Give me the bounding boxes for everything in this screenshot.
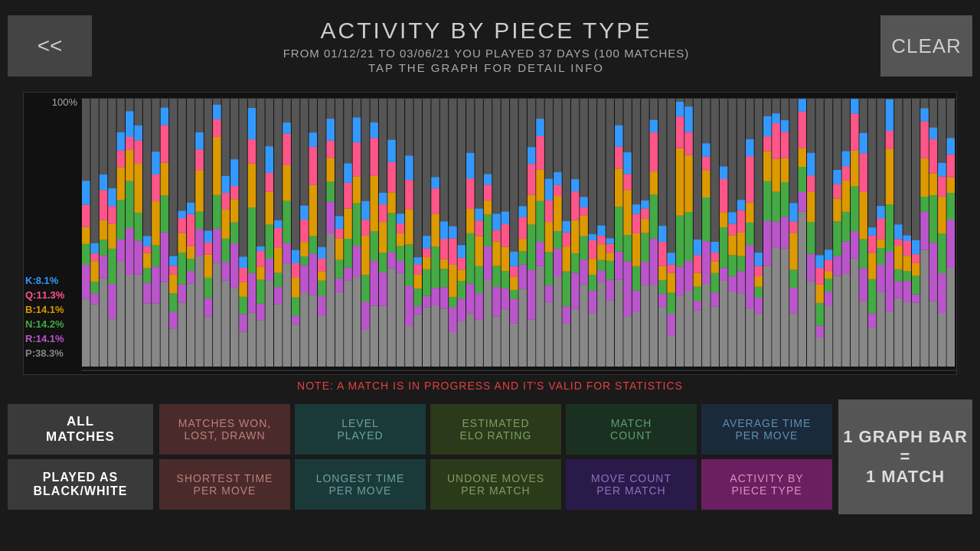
longest-time-button[interactable]: LONGEST TIMEPER MOVE — [295, 459, 426, 510]
page-title: ACTIVITY BY PIECE TYPE — [92, 18, 880, 44]
graph-bar-info: 1 GRAPH BAR = 1 MATCH — [838, 399, 972, 514]
clear-button[interactable]: CLEAR — [880, 15, 972, 77]
move-count-button[interactable]: MOVE COUNTPER MATCH — [566, 459, 697, 510]
match-count-button[interactable]: MATCHCOUNT — [566, 404, 697, 455]
graph-bar-line2: = — [900, 447, 911, 467]
activity-piece-type-button[interactable]: ACTIVITY BYPIECE TYPE — [701, 459, 832, 510]
undone-moves-button[interactable]: UNDONE MOVESPER MATCH — [430, 459, 561, 510]
filter-buttons: ALLMATCHES PLAYED ASBLACK/WHITE — [8, 404, 153, 510]
legend-k: K:8.1% — [25, 275, 64, 286]
chart-area[interactable]: 100% K:8.1% Q:11.3% B:14.1% N:14.2% R:14… — [23, 92, 957, 375]
all-matches-button[interactable]: ALLMATCHES — [8, 404, 153, 455]
y-axis: 100% K:8.1% Q:11.3% B:14.1% N:14.2% R:14… — [24, 93, 81, 374]
header: << ACTIVITY BY PIECE TYPE FROM 01/12/21 … — [0, 0, 980, 92]
bottom-toolbar: ALLMATCHES PLAYED ASBLACK/WHITE MATCHES … — [0, 399, 980, 514]
elo-rating-button[interactable]: ESTIMATEDELO RATING — [430, 404, 561, 455]
y-max-label: 100% — [52, 96, 77, 108]
level-played-button[interactable]: LEVELPLAYED — [295, 404, 426, 455]
bar-chart[interactable] — [81, 93, 956, 374]
chart-note: NOTE: A MATCH IS IN PROGRESS AND IT'S VA… — [0, 380, 980, 392]
shortest-time-button[interactable]: SHORTEST TIMEPER MOVE — [159, 459, 290, 510]
graph-bar-line1: 1 GRAPH BAR — [843, 427, 968, 447]
legend-r: R:14.1% — [25, 333, 64, 344]
stats-grid: MATCHES WON,LOST, DRAWN LEVELPLAYED ESTI… — [159, 404, 832, 510]
legend-p: P:38.3% — [25, 347, 64, 359]
header-center: ACTIVITY BY PIECE TYPE FROM 01/12/21 TO … — [92, 18, 880, 74]
legend-b: B:14.1% — [25, 304, 64, 315]
back-button[interactable]: << — [8, 15, 92, 77]
played-as-button[interactable]: PLAYED ASBLACK/WHITE — [8, 459, 153, 510]
graph-bar-line3: 1 MATCH — [866, 467, 945, 487]
legend: K:8.1% Q:11.3% B:14.1% N:14.2% R:14.1% P… — [25, 275, 64, 359]
avg-time-button[interactable]: AVERAGE TIMEPER MOVE — [701, 404, 832, 455]
legend-n: N:14.2% — [25, 318, 64, 330]
chart-canvas[interactable] — [81, 93, 956, 374]
header-subtitle: FROM 01/12/21 TO 03/06/21 YOU PLAYED 37 … — [92, 47, 880, 60]
matches-won-button[interactable]: MATCHES WON,LOST, DRAWN — [159, 404, 290, 455]
legend-q: Q:11.3% — [25, 289, 64, 301]
header-tap-hint: TAP THE GRAPH FOR DETAIL INFO — [92, 61, 880, 74]
